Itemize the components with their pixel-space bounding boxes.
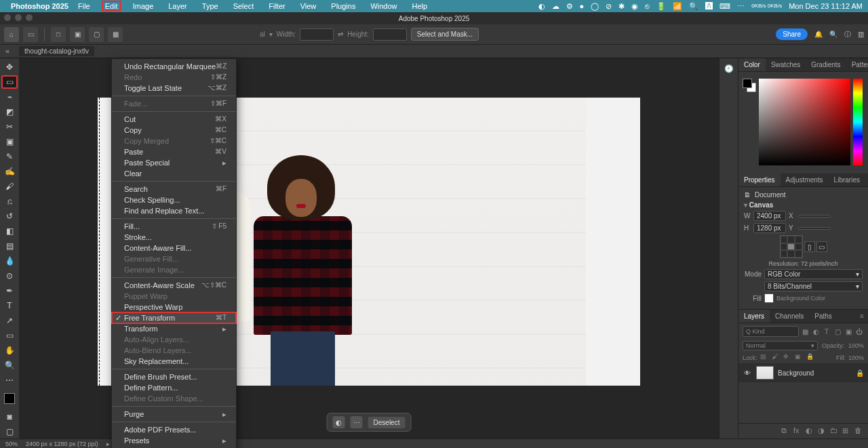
mac-menu-edit[interactable]: Edit: [102, 1, 121, 11]
layer-thumbnail[interactable]: [756, 366, 774, 380]
menu-item-content-aware-fill[interactable]: Content-Aware Fill...: [112, 243, 236, 253]
color-mode-select[interactable]: RGB Color▾: [764, 269, 863, 279]
height-field[interactable]: [373, 28, 407, 41]
filter-shape-icon[interactable]: ▢: [833, 327, 842, 336]
zoom-tool[interactable]: 🔍: [2, 359, 17, 371]
tab-channels[interactable]: Channels: [770, 310, 809, 323]
filter-type-icon[interactable]: T: [822, 327, 831, 336]
layer-row[interactable]: 👁 Background 🔒: [738, 363, 868, 382]
brush-tool[interactable]: 🖌: [2, 180, 17, 192]
history-panel-icon[interactable]: 🕘: [723, 62, 735, 75]
layer-visibility-icon[interactable]: 👁: [743, 369, 752, 377]
tabs-chevron-icon[interactable]: «: [5, 47, 9, 55]
menu-item-transform[interactable]: Transform▸: [112, 323, 236, 334]
mac-menu-filter[interactable]: Filter: [266, 1, 288, 11]
help-icon[interactable]: ⓘ: [844, 30, 851, 39]
eraser-tool[interactable]: ◧: [2, 225, 17, 237]
layer-mask-icon[interactable]: ◐: [806, 426, 815, 436]
blend-mode-select[interactable]: Normal▾: [743, 341, 818, 350]
add-selection-icon[interactable]: ▣: [70, 27, 85, 42]
shape-tool[interactable]: ▭: [2, 329, 17, 342]
document-tab[interactable]: thought-catalog-jnxtlv: [19, 46, 94, 56]
blur-tool[interactable]: 💧: [2, 255, 17, 267]
tab-paths[interactable]: Paths: [809, 310, 837, 323]
stamp-tool[interactable]: ⎌: [2, 195, 17, 207]
menu-item-paste[interactable]: Paste⌘V: [112, 146, 236, 157]
object-select-tool[interactable]: ◩: [2, 106, 17, 118]
lock-image-icon[interactable]: 🖌: [772, 353, 781, 362]
status-icon[interactable]: 🔍: [689, 2, 698, 10]
mac-menu-plugins[interactable]: Plugins: [328, 1, 358, 11]
menu-item-purge[interactable]: Purge▸: [112, 409, 236, 420]
canvas-x-field[interactable]: [798, 215, 831, 218]
type-tool[interactable]: T: [2, 300, 17, 312]
history-brush-tool[interactable]: ↺: [2, 210, 17, 222]
toolbar-more[interactable]: ⋯: [2, 374, 17, 386]
color-fgbg-swatch[interactable]: [743, 79, 756, 92]
orientation-landscape-icon[interactable]: ▭: [816, 241, 827, 252]
menu-item-stroke[interactable]: Stroke...: [112, 232, 236, 243]
width-field[interactable]: [300, 28, 334, 41]
menu-item-undo-rectangular-marquee[interactable]: Undo Rectangular Marquee⌘Z: [112, 61, 236, 72]
lock-position-icon[interactable]: ✥: [783, 353, 792, 362]
orientation-portrait-icon[interactable]: ▯: [804, 241, 815, 252]
filter-adjust-icon[interactable]: ◐: [811, 327, 821, 336]
intersect-selection-icon[interactable]: ▦: [108, 27, 123, 42]
anchor-grid[interactable]: [780, 235, 803, 258]
canvas-width-field[interactable]: 2400 px: [753, 211, 786, 221]
mac-menu-type[interactable]: Type: [199, 1, 221, 11]
tab-gradients[interactable]: Gradients: [806, 58, 846, 71]
contextual-task-bar[interactable]: ◐ ⋯ Deselect: [327, 413, 412, 432]
ctx-more-icon[interactable]: ⋯: [351, 416, 363, 428]
status-icon[interactable]: 🔋: [656, 2, 666, 10]
mac-menu-file[interactable]: File: [75, 1, 93, 11]
status-icon[interactable]: 🅰: [705, 2, 713, 10]
status-icon[interactable]: ●: [580, 2, 585, 10]
deselect-button[interactable]: Deselect: [368, 417, 406, 428]
zoom-level[interactable]: 50%: [5, 441, 18, 447]
delete-layer-icon[interactable]: 🗑: [854, 426, 864, 436]
filter-pixel-icon[interactable]: ▦: [800, 327, 810, 336]
eyedropper-tool[interactable]: ✎: [2, 150, 17, 163]
mac-menu-layer[interactable]: Layer: [165, 1, 190, 11]
canvas-height-field[interactable]: 1280 px: [753, 223, 786, 233]
mac-menu-help[interactable]: Help: [410, 1, 431, 11]
hue-slider[interactable]: [853, 79, 863, 165]
tab-adjustments[interactable]: Adjustments: [781, 174, 829, 186]
fill-opacity-value[interactable]: 100%: [848, 354, 864, 361]
tab-libraries[interactable]: Libraries: [829, 174, 865, 186]
subtract-selection-icon[interactable]: ▢: [89, 27, 104, 42]
lasso-tool[interactable]: ⌁: [2, 91, 17, 103]
mac-menu-view[interactable]: View: [298, 1, 319, 11]
healing-tool[interactable]: ✍: [2, 165, 17, 178]
properties-panel-menu[interactable]: ≡: [865, 174, 868, 186]
lock-transparent-icon[interactable]: ▨: [760, 353, 769, 362]
status-icon[interactable]: ⊘: [606, 2, 612, 10]
status-icon[interactable]: ✱: [618, 2, 625, 10]
menu-item-sky-replacement[interactable]: Sky Replacement...: [112, 356, 236, 367]
status-icon[interactable]: ◯: [591, 2, 599, 10]
filter-smart-icon[interactable]: ▣: [844, 327, 853, 336]
hand-tool[interactable]: ✋: [2, 344, 17, 357]
status-icon[interactable]: ◉: [631, 2, 638, 10]
color-field[interactable]: [759, 79, 850, 165]
layer-lock-icon[interactable]: 🔒: [856, 369, 864, 377]
fill-swatch[interactable]: [764, 293, 774, 303]
search-icon[interactable]: 🔍: [829, 30, 837, 38]
select-and-mask-button[interactable]: Select and Mask...: [411, 28, 479, 41]
mac-menu-image[interactable]: Image: [130, 1, 157, 11]
menu-item-adobe-pdf-presets[interactable]: Adobe PDF Presets...: [112, 424, 236, 435]
menu-item-find-and-replace-text[interactable]: Find and Replace Text...: [112, 205, 236, 216]
ctx-select-subject-icon[interactable]: ◐: [333, 416, 345, 428]
status-icon[interactable]: ⌨: [719, 2, 730, 10]
status-icon[interactable]: ⚙: [566, 2, 573, 10]
crop-tool[interactable]: ✂: [2, 121, 17, 133]
menu-item-search[interactable]: Search⌘F: [112, 184, 236, 195]
background-color-swatch[interactable]: [9, 398, 20, 409]
filter-toggle-icon[interactable]: ⏻: [854, 327, 864, 336]
marquee-tool-preset[interactable]: ▭: [23, 27, 38, 42]
menu-item-free-transform[interactable]: ✓Free Transform⌘T: [112, 312, 236, 323]
tab-properties[interactable]: Properties: [738, 174, 781, 186]
status-icon[interactable]: ◐: [538, 2, 545, 10]
move-tool[interactable]: ✥: [2, 61, 17, 73]
